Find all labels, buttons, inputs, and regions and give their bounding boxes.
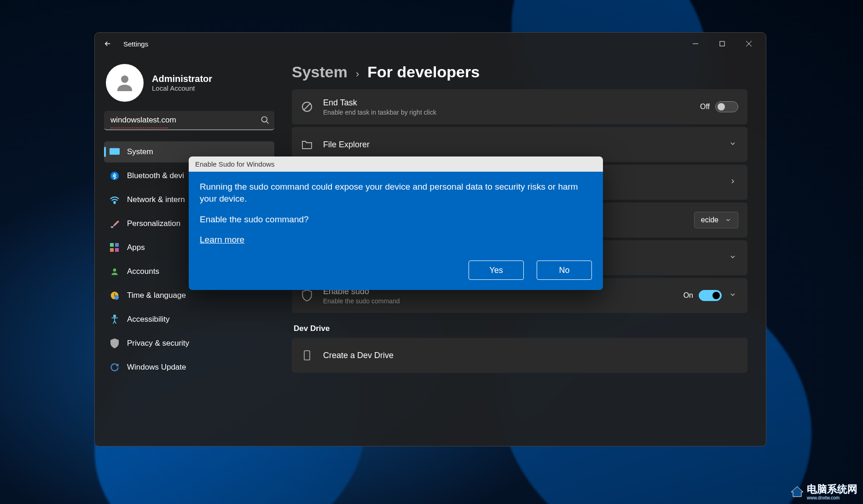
breadcrumb: System › For developers xyxy=(292,63,747,81)
back-button[interactable] xyxy=(98,35,117,53)
shield-icon xyxy=(301,290,313,301)
update-icon xyxy=(110,362,120,372)
watermark-text: 电脑系统网 xyxy=(807,483,857,495)
maximize-icon xyxy=(719,41,725,46)
toggle-state: On xyxy=(683,291,693,300)
titlebar: Settings xyxy=(95,33,766,55)
svg-rect-13 xyxy=(115,243,119,247)
chevron-down-icon xyxy=(725,217,731,223)
sidebar-item-label: Privacy & security xyxy=(127,339,189,348)
spellcheck-underline xyxy=(110,127,168,128)
blocked-icon xyxy=(301,101,313,112)
watermark-sub: www.dnxtw.com xyxy=(807,495,857,500)
app-title: Settings xyxy=(123,40,148,48)
sidebar-item-label: Network & intern xyxy=(127,195,185,204)
person-icon xyxy=(114,72,136,94)
svg-rect-14 xyxy=(110,248,114,252)
sidebar-item-label: Accessibility xyxy=(127,315,170,324)
chevron-down-icon[interactable] xyxy=(727,138,738,151)
clock-icon xyxy=(110,290,120,301)
accessibility-icon xyxy=(110,314,120,324)
card-create-dev-drive[interactable]: Create a Dev Drive xyxy=(292,338,747,373)
user-sub: Local Account xyxy=(152,84,212,92)
sidebar-item-label: Apps xyxy=(127,243,145,252)
chevron-down-icon[interactable] xyxy=(727,251,738,264)
svg-rect-22 xyxy=(304,351,310,360)
svg-rect-7 xyxy=(110,148,120,155)
sidebar-item-label: System xyxy=(127,147,153,156)
sidebar-item-label: Time & language xyxy=(127,291,186,300)
wifi-icon xyxy=(110,195,120,205)
svg-point-16 xyxy=(113,268,116,272)
card-title: End Task xyxy=(323,98,700,108)
svg-rect-12 xyxy=(110,243,114,247)
card-title: Create a Dev Drive xyxy=(323,351,738,360)
arrow-left-icon xyxy=(104,40,112,48)
minimize-icon xyxy=(693,41,698,46)
svg-line-21 xyxy=(304,104,310,110)
enable-sudo-dialog: Enable Sudo for Windows Running the sudo… xyxy=(189,156,603,290)
sidebar-item-update[interactable]: Windows Update xyxy=(104,357,274,378)
house-icon xyxy=(790,486,804,498)
folder-icon xyxy=(301,140,313,149)
user-block[interactable]: Administrator Local Account xyxy=(104,58,279,111)
shield-icon xyxy=(110,338,120,348)
sudo-toggle[interactable] xyxy=(699,290,722,301)
watermark: 电脑系统网 www.dnxtw.com xyxy=(790,482,857,500)
chevron-right-icon[interactable] xyxy=(727,176,738,189)
sidebar-item-label: Personalization xyxy=(127,219,180,228)
breadcrumb-current: For developers xyxy=(367,63,480,81)
dialog-warning-text: Running the sudo command could expose yo… xyxy=(200,181,592,204)
svg-point-4 xyxy=(121,75,128,83)
system-icon xyxy=(110,147,120,157)
svg-rect-8 xyxy=(110,155,120,156)
maximize-button[interactable] xyxy=(709,35,736,53)
svg-point-10 xyxy=(114,203,116,204)
no-button[interactable]: No xyxy=(537,261,592,280)
card-end-task[interactable]: End Task Enable end task in taskbar by r… xyxy=(292,89,747,124)
section-dev-drive: Dev Drive xyxy=(294,324,747,333)
dialog-question-text: Enable the sudo command? xyxy=(200,214,592,225)
user-name: Administrator xyxy=(152,74,212,84)
learn-more-link[interactable]: Learn more xyxy=(200,235,244,244)
card-title: File Explorer xyxy=(323,140,727,150)
sidebar-item-label: Accounts xyxy=(127,267,159,276)
svg-rect-1 xyxy=(720,41,724,46)
chevron-down-icon[interactable] xyxy=(727,289,738,302)
brush-icon xyxy=(110,219,120,229)
minimize-button[interactable] xyxy=(682,35,709,53)
breadcrumb-parent[interactable]: System xyxy=(292,63,348,81)
card-sub: Enable end task in taskbar by right clic… xyxy=(323,109,700,116)
sidebar-item-label: Bluetooth & devi xyxy=(127,171,184,180)
close-button[interactable] xyxy=(736,35,762,53)
dropdown-value: ecide xyxy=(701,216,718,224)
chevron-right-icon: › xyxy=(356,68,359,80)
end-task-toggle[interactable] xyxy=(715,101,738,112)
avatar xyxy=(106,64,144,102)
sidebar-item-privacy[interactable]: Privacy & security xyxy=(104,333,274,354)
sidebar-item-label: Windows Update xyxy=(127,363,186,372)
search-icon xyxy=(261,116,270,125)
toggle-state: Off xyxy=(700,103,710,111)
svg-point-5 xyxy=(262,117,267,122)
default-app-dropdown[interactable]: ecide xyxy=(694,212,738,228)
yes-button[interactable]: Yes xyxy=(469,261,524,280)
drive-icon xyxy=(301,350,313,361)
apps-icon xyxy=(110,243,120,253)
sidebar-item-accessibility[interactable]: Accessibility xyxy=(104,309,274,330)
person-icon xyxy=(110,266,120,277)
svg-point-19 xyxy=(114,315,116,317)
close-icon xyxy=(746,41,752,46)
dialog-title: Enable Sudo for Windows xyxy=(189,156,603,172)
svg-rect-15 xyxy=(115,248,119,252)
svg-line-6 xyxy=(266,122,269,124)
search-button[interactable] xyxy=(261,116,270,127)
svg-rect-11 xyxy=(111,226,114,228)
card-sub: Enable the sudo command xyxy=(323,297,683,305)
bluetooth-icon xyxy=(110,171,120,181)
